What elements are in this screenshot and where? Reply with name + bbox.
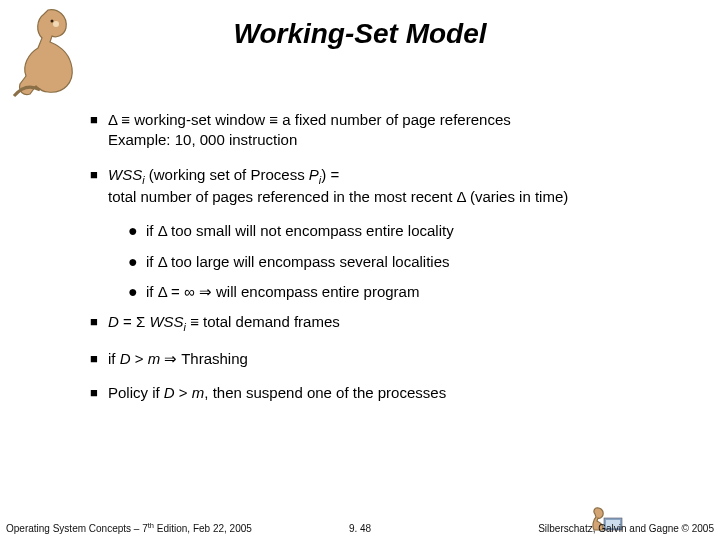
bullet-text: ≡ total demand frames bbox=[186, 313, 340, 330]
bullet-text: = Σ bbox=[119, 313, 150, 330]
footer-copyright: Silberschatz, Galvin and Gagne © 2005 bbox=[538, 523, 714, 534]
square-bullet-icon: ■ bbox=[90, 165, 108, 208]
sub-bullet-small: ● if Δ too small will not encompass enti… bbox=[128, 221, 650, 241]
d-var: D bbox=[108, 313, 119, 330]
bullet-text: > bbox=[131, 350, 148, 367]
square-bullet-icon: ■ bbox=[90, 312, 108, 335]
bullet-wss: ■ WSSi (working set of Process Pi) = tot… bbox=[90, 165, 650, 208]
round-bullet-icon: ● bbox=[128, 282, 146, 302]
bullet-delta-window: ■ Δ ≡ working-set window ≡ a fixed numbe… bbox=[90, 110, 650, 151]
wss-var: WSS bbox=[108, 166, 142, 183]
bullet-text: Δ ≡ working-set window ≡ a fixed number … bbox=[108, 111, 511, 128]
bullet-text: total number of pages referenced in the … bbox=[108, 188, 568, 205]
square-bullet-icon: ■ bbox=[90, 349, 108, 369]
sub-bullet-infinite: ● if Δ = ∞ ⇒ will encompass entire progr… bbox=[128, 282, 650, 302]
bullet-text: ) = bbox=[321, 166, 339, 183]
m-var: m bbox=[148, 350, 161, 367]
sub-bullet-large: ● if Δ too large will encompass several … bbox=[128, 252, 650, 272]
bullet-text: ⇒ Thrashing bbox=[160, 350, 248, 367]
bullet-text: (working set of Process bbox=[145, 166, 309, 183]
bullet-text: > bbox=[175, 384, 192, 401]
sub-text: if Δ = ∞ ⇒ will encompass entire program bbox=[146, 282, 650, 302]
sub-text: if Δ too small will not encompass entire… bbox=[146, 221, 650, 241]
dinosaur-logo-top bbox=[0, 2, 96, 100]
slide-content: ■ Δ ≡ working-set window ≡ a fixed numbe… bbox=[90, 110, 650, 417]
sub-text: if Δ too large will encompass several lo… bbox=[146, 252, 650, 272]
bullet-d-sum: ■ D = Σ WSSi ≡ total demand frames bbox=[90, 312, 650, 335]
bullet-text: Policy if bbox=[108, 384, 164, 401]
d-var: D bbox=[120, 350, 131, 367]
m-var: m bbox=[192, 384, 205, 401]
bullet-text: , then suspend one of the processes bbox=[204, 384, 446, 401]
round-bullet-icon: ● bbox=[128, 221, 146, 241]
bullet-text: Example: 10, 000 instruction bbox=[108, 131, 297, 148]
square-bullet-icon: ■ bbox=[90, 110, 108, 151]
slide-title: Working-Set Model bbox=[0, 18, 720, 50]
square-bullet-icon: ■ bbox=[90, 383, 108, 403]
slide: Working-Set Model ■ Δ ≡ working-set wind… bbox=[0, 0, 720, 540]
bullet-policy: ■ Policy if D > m, then suspend one of t… bbox=[90, 383, 650, 403]
round-bullet-icon: ● bbox=[128, 252, 146, 272]
bullet-thrashing: ■ if D > m ⇒ Thrashing bbox=[90, 349, 650, 369]
bullet-text: if bbox=[108, 350, 120, 367]
wss-var: WSS bbox=[149, 313, 183, 330]
pi-p: P bbox=[309, 166, 319, 183]
d-var: D bbox=[164, 384, 175, 401]
